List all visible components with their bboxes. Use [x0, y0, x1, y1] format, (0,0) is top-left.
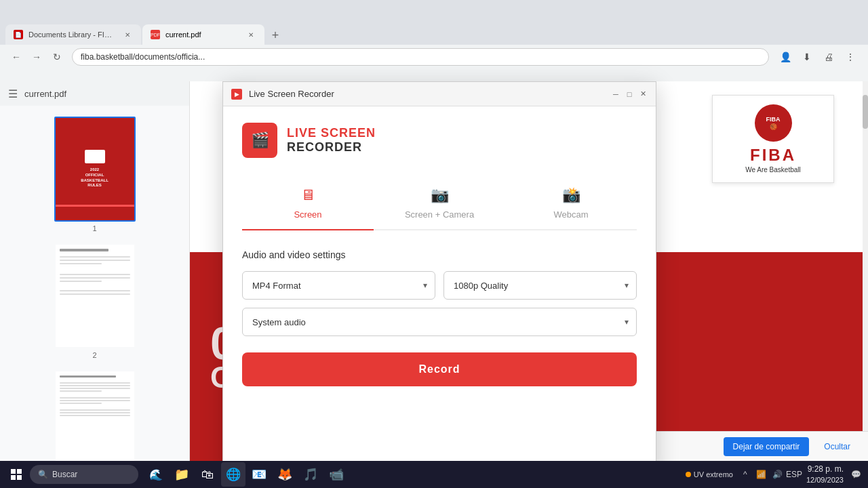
taskbar-icons: 🌊 📁 🛍 🌐 📧 🦊 🎵 📹 [144, 462, 683, 487]
app-logo: 🎬 LIVE SCREEN RECORDER [242, 123, 637, 158]
page-scrollbar[interactable] [863, 81, 868, 461]
taskbar: 🔍 Buscar 🌊 📁 🛍 🌐 📧 🦊 🎵 📹 UV extremo ^ 📶 … [0, 461, 868, 488]
pdf-page-item-1: 2022OFFICIALBASKETBALLRULES 1 [11, 117, 178, 232]
dialog-maximize-button[interactable]: □ [625, 89, 634, 99]
taskbar-search[interactable]: 🔍 Buscar [30, 465, 138, 484]
profile-icon[interactable]: 👤 [776, 47, 795, 66]
taskbar-screen-rec-icon[interactable]: 📹 [324, 462, 349, 487]
download-icon[interactable]: ⬇ [797, 47, 816, 66]
taskbar-app5-icon[interactable]: 📧 [247, 462, 271, 487]
svg-rect-1 [17, 469, 22, 474]
page-number-2: 2 [92, 351, 96, 359]
tab-screen-label: Screen [294, 209, 321, 220]
pdf-page-item-2: 2 [11, 243, 178, 359]
url-text: fiba.basketball/documents/officia... [81, 52, 205, 62]
page-scrollbar-thumb [863, 95, 868, 129]
quality-select[interactable]: 1080p Quality 720p Quality 480p Quality [443, 271, 637, 300]
tab-webcam-label: Webcam [553, 209, 588, 220]
nav-buttons: ← → ↻ [8, 49, 65, 65]
quality-select-wrapper: 1080p Quality 720p Quality 480p Quality … [443, 271, 637, 300]
uv-badge: UV extremo [686, 470, 733, 479]
mode-tabs: 🖥 Screen 📷 Screen + Camera 📸 Webcam [242, 177, 637, 230]
tab2-label: current.pdf [165, 30, 201, 39]
taskbar-media-icon[interactable]: 🎵 [298, 462, 323, 487]
pdf-header: ☰ current.pdf [0, 81, 189, 106]
pdf-title: current.pdf [24, 89, 66, 99]
taskbar-chrome-icon[interactable]: 🌐 [221, 462, 245, 487]
browser-chrome: 📄 Documents Library - FIBA.baske... ✕ PD… [0, 0, 868, 81]
app-name-line1: LIVE SCREEN [287, 126, 376, 140]
pdf-sidebar: ☰ current.pdf 2022OFFICIALBASKETBALLRULE… [0, 81, 190, 461]
title-bar [0, 0, 868, 20]
svg-rect-3 [17, 475, 22, 480]
fiba-logo-box: FIBA🏀 FIBA We Are Basketball [712, 95, 834, 183]
new-tab-button[interactable]: + [266, 26, 285, 45]
tab1-favicon: 📄 [14, 30, 23, 39]
dialog-close-button[interactable]: ✕ [638, 89, 648, 99]
search-icon: 🔍 [38, 470, 48, 479]
print-icon[interactable]: 🖨 [819, 47, 838, 66]
webcam-icon: 📸 [562, 186, 580, 204]
browser-tab-2[interactable]: PDF current.pdf ✕ [142, 24, 264, 45]
pdf-thumbnail-2[interactable] [54, 243, 136, 348]
reload-button[interactable]: ↻ [49, 49, 65, 65]
stop-sharing-button[interactable]: Dejar de compartir [724, 437, 810, 456]
browser-actions: 👤 ⬇ 🖨 ⋮ [776, 47, 860, 66]
volume-icon[interactable]: 🔊 [771, 468, 785, 481]
dialog-body: 🎬 LIVE SCREEN RECORDER 🖥 Screen 📷 Screen… [223, 106, 656, 474]
network-icon[interactable]: 📶 [755, 468, 768, 481]
tab-screen-camera[interactable]: 📷 Screen + Camera [374, 177, 505, 229]
pdf-pages: 2022OFFICIALBASKETBALLRULES 1 [0, 106, 189, 461]
dialog-window-buttons: ─ □ ✕ [611, 89, 648, 99]
more-icon[interactable]: ⋮ [841, 47, 860, 66]
fiba-tagline-text: We Are Basketball [745, 166, 801, 174]
app-logo-text: LIVE SCREEN RECORDER [287, 126, 376, 155]
tab2-close[interactable]: ✕ [245, 29, 256, 40]
settings-row1: MP4 Format AVI Format MOV Format ▾ 1080p… [242, 271, 637, 300]
uv-label: UV extremo [694, 470, 733, 479]
fiba-name-text: FIBA [750, 146, 796, 165]
dialog-minimize-button[interactable]: ─ [611, 89, 620, 99]
dialog-app-icon: ▶ [231, 89, 242, 100]
start-button[interactable] [5, 464, 27, 485]
screen-icon: 🖥 [300, 186, 315, 204]
screen-camera-icon: 📷 [431, 186, 449, 204]
tab-screen[interactable]: 🖥 Screen [242, 177, 374, 229]
back-button[interactable]: ← [8, 49, 24, 65]
hide-button[interactable]: Ocultar [817, 437, 857, 456]
system-tray-icons: ^ 📶 🔊 ESP [738, 468, 801, 481]
taskbar-store-icon[interactable]: 🛍 [195, 462, 220, 487]
audio-select[interactable]: System audio Microphone No audio [242, 308, 637, 336]
language-label[interactable]: ESP [787, 468, 801, 481]
taskbar-firefox-icon[interactable]: 🦊 [273, 462, 297, 487]
browser-tab-1[interactable]: 📄 Documents Library - FIBA.baske... ✕ [5, 24, 141, 45]
tab-webcam[interactable]: 📸 Webcam [505, 177, 637, 229]
app-name-line2: RECORDER [287, 140, 376, 155]
settings-row2: System audio Microphone No audio ▾ [242, 308, 637, 336]
page-number-1: 1 [92, 224, 96, 232]
notifications-icon[interactable]: 💬 [849, 468, 863, 481]
clock-date: 12/09/2023 [806, 475, 844, 485]
pdf-thumbnail-3[interactable] [54, 370, 136, 461]
taskbar-explorer-icon[interactable]: 📁 [170, 462, 194, 487]
tray-chevron-icon[interactable]: ^ [738, 468, 752, 481]
fiba-circle-logo: FIBA🏀 [755, 104, 792, 142]
forward-button[interactable]: → [28, 49, 45, 65]
address-bar: ← → ↻ fiba.basketball/documents/officia.… [0, 45, 868, 69]
tab1-label: Documents Library - FIBA.baske... [28, 30, 117, 39]
app-logo-icon: 🎬 [242, 123, 277, 158]
url-bar[interactable]: fiba.basketball/documents/officia... [72, 48, 769, 66]
taskbar-edge-icon[interactable]: 🌊 [144, 462, 168, 487]
menu-icon[interactable]: ☰ [8, 87, 18, 100]
taskbar-clock[interactable]: 9:28 p. m. 12/09/2023 [806, 464, 844, 485]
format-select-wrapper: MP4 Format AVI Format MOV Format ▾ [242, 271, 435, 300]
fiba-text: FIBA [750, 146, 796, 165]
recorder-dialog: ▶ Live Screen Recorder ─ □ ✕ 🎬 LIVE SCRE… [222, 81, 656, 474]
dialog-titlebar: ▶ Live Screen Recorder ─ □ ✕ [223, 82, 656, 106]
search-label: Buscar [52, 470, 77, 479]
record-button[interactable]: Record [242, 352, 637, 386]
taskbar-right: UV extremo ^ 📶 🔊 ESP 9:28 p. m. 12/09/20… [686, 464, 863, 485]
format-select[interactable]: MP4 Format AVI Format MOV Format [242, 271, 435, 300]
pdf-thumbnail-1[interactable]: 2022OFFICIALBASKETBALLRULES [54, 117, 136, 222]
tab1-close[interactable]: ✕ [122, 29, 133, 40]
